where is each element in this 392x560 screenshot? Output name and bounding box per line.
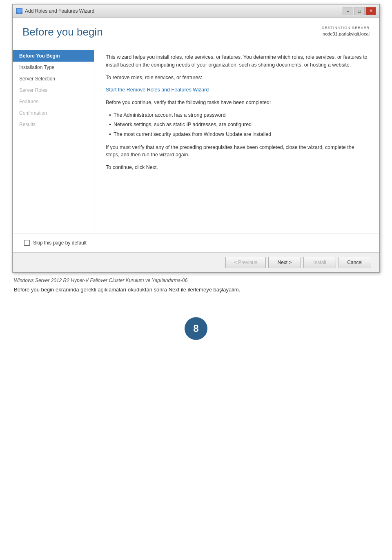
bullet-dot-3: • bbox=[109, 131, 111, 139]
wizard-window: Add Roles and Features Wizard – □ ✕ Befo… bbox=[12, 4, 380, 273]
wizard-body: Before you begin DESTINATION SERVER node… bbox=[13, 18, 379, 272]
page-title: Before you begin bbox=[22, 26, 103, 38]
close-button[interactable]: ✕ bbox=[365, 7, 376, 15]
sidebar-item-before-you-begin[interactable]: Before You Begin bbox=[13, 50, 94, 62]
bullet-dot-2: • bbox=[109, 121, 111, 129]
install-button[interactable]: Install bbox=[303, 257, 336, 268]
destination-name: node01.parlakyigit.local bbox=[323, 31, 370, 36]
skip-checkbox[interactable] bbox=[24, 240, 30, 246]
svg-rect-0 bbox=[17, 9, 22, 12]
main-content: This wizard helps you install roles, rol… bbox=[94, 45, 379, 233]
sidebar-item-results: Results bbox=[13, 119, 94, 130]
bullet-list: • The Administrator account has a strong… bbox=[109, 111, 368, 139]
destination-label: DESTINATION SERVER bbox=[322, 26, 370, 30]
intro-paragraph: This wizard helps you install roles, rol… bbox=[106, 53, 368, 69]
next-button[interactable]: Next > bbox=[268, 257, 301, 268]
title-bar-left: Add Roles and Features Wizard bbox=[16, 8, 94, 14]
continue-paragraph: To continue, click Next. bbox=[106, 164, 368, 171]
bullet-text-1: The Administrator account has a strong p… bbox=[114, 111, 225, 119]
sidebar: Before You Begin Installation Type Serve… bbox=[13, 45, 94, 233]
sidebar-item-server-roles: Server Roles bbox=[13, 84, 94, 96]
bullet-text-2: Network settings, such as static IP addr… bbox=[114, 121, 252, 129]
svg-rect-1 bbox=[18, 12, 21, 13]
bullet-item-2: • Network settings, such as static IP ad… bbox=[109, 121, 368, 129]
caption-line1: Windows Server 2012 R2 Hyper-V Failover … bbox=[14, 278, 378, 283]
page-number-container: 8 bbox=[0, 317, 392, 340]
verify-heading: Before you continue, verify that the fol… bbox=[106, 99, 368, 107]
title-bar: Add Roles and Features Wizard – □ ✕ bbox=[13, 4, 379, 18]
sidebar-item-confirmation: Confirmation bbox=[13, 107, 94, 119]
wizard-header: Before you begin DESTINATION SERVER node… bbox=[13, 18, 379, 45]
window-controls: – □ ✕ bbox=[343, 7, 376, 15]
maximize-button[interactable]: □ bbox=[354, 7, 365, 15]
destination-server: DESTINATION SERVER node01.parlakyigit.lo… bbox=[322, 26, 370, 37]
bullet-item-1: • The Administrator account has a strong… bbox=[109, 111, 368, 120]
minimize-button[interactable]: – bbox=[343, 7, 353, 15]
previous-button[interactable]: < Previous bbox=[225, 257, 266, 268]
wizard-content: Before You Begin Installation Type Serve… bbox=[13, 45, 379, 233]
prereq-paragraph: If you must verify that any of the prece… bbox=[106, 144, 368, 159]
bullet-dot-1: • bbox=[109, 111, 111, 120]
skip-area: Skip this page by default bbox=[13, 233, 379, 252]
wizard-footer: < Previous Next > Install Cancel bbox=[13, 252, 379, 272]
caption-area: Windows Server 2012 R2 Hyper-V Failover … bbox=[12, 278, 380, 293]
cancel-button[interactable]: Cancel bbox=[339, 257, 371, 268]
bullet-text-3: The most current security updates from W… bbox=[114, 131, 271, 138]
caption-line2: Before you begin ekranında gerekli açıkl… bbox=[14, 287, 378, 293]
remove-link[interactable]: Start the Remove Roles and Features Wiza… bbox=[106, 87, 209, 93]
remove-heading: To remove roles, role services, or featu… bbox=[106, 74, 368, 82]
skip-label[interactable]: Skip this page by default bbox=[33, 240, 87, 246]
page-number: 8 bbox=[185, 317, 207, 340]
window-title: Add Roles and Features Wizard bbox=[25, 8, 94, 14]
bullet-item-3: • The most current security updates from… bbox=[109, 131, 368, 139]
sidebar-item-installation-type[interactable]: Installation Type bbox=[13, 62, 94, 73]
sidebar-item-server-selection[interactable]: Server Selection bbox=[13, 73, 94, 84]
app-icon bbox=[16, 8, 22, 14]
sidebar-item-features: Features bbox=[13, 96, 94, 107]
